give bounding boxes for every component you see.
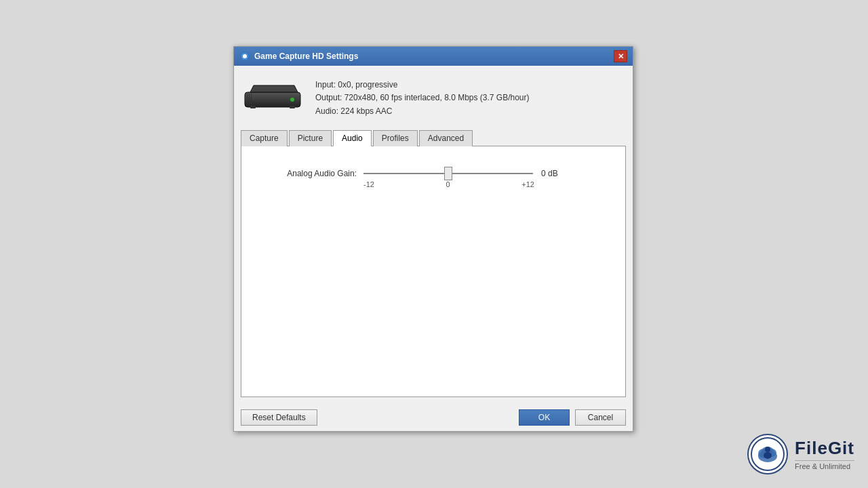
svg-rect-5 — [249, 94, 250, 106]
device-image — [243, 78, 304, 119]
filegit-watermark: FileGit Free & Unlimited — [747, 434, 854, 474]
tick-min: -12 — [363, 180, 374, 188]
tab-capture[interactable]: Capture — [241, 130, 288, 146]
svg-point-7 — [290, 98, 294, 102]
ok-button[interactable]: OK — [519, 409, 570, 426]
gain-slider[interactable] — [363, 167, 533, 180]
close-button[interactable]: ✕ — [614, 50, 627, 62]
svg-rect-6 — [251, 94, 252, 106]
dialog-footer: Reset Defaults OK Cancel — [234, 404, 633, 431]
dialog-window: Game Capture HD Settings ✕ — [233, 46, 633, 432]
svg-rect-4 — [247, 94, 248, 106]
tab-profiles[interactable]: Profiles — [373, 130, 418, 146]
filegit-tagline: Free & Unlimited — [795, 460, 854, 470]
gain-control-row: Analog Audio Gain: 0 dB — [255, 167, 612, 180]
filegit-logo-svg — [751, 437, 785, 471]
svg-marker-3 — [250, 85, 298, 92]
tick-max: +12 — [521, 180, 534, 188]
reset-defaults-button[interactable]: Reset Defaults — [241, 409, 317, 426]
tab-audio[interactable]: Audio — [333, 130, 372, 146]
svg-point-15 — [765, 447, 770, 452]
filegit-name: FileGit — [795, 438, 854, 459]
svg-rect-8 — [250, 106, 256, 108]
title-bar: Game Capture HD Settings ✕ — [234, 47, 633, 66]
svg-point-16 — [764, 452, 772, 459]
device-info-text: Input: 0x0, progressive Output: 720x480,… — [315, 79, 530, 118]
svg-rect-9 — [290, 106, 295, 108]
tab-content-audio: Analog Audio Gain: 0 dB -12 0 +12 — [241, 146, 626, 397]
svg-point-1 — [243, 54, 247, 58]
input-line2: Output: 720x480, 60 fps interlaced, 8.0 … — [315, 92, 530, 104]
filegit-logo — [747, 434, 788, 474]
footer-right-buttons: OK Cancel — [519, 409, 626, 426]
slider-tick-labels: -12 0 +12 — [363, 180, 534, 188]
dialog-body: Input: 0x0, progressive Output: 720x480,… — [234, 66, 633, 404]
window-title: Game Capture HD Settings — [254, 52, 614, 61]
desktop: Game Capture HD Settings ✕ — [0, 0, 868, 488]
cancel-button[interactable]: Cancel — [575, 409, 626, 426]
device-svg — [243, 80, 304, 117]
app-icon — [239, 51, 250, 62]
gain-label: Analog Audio Gain: — [255, 169, 357, 178]
gain-value-display: 0 dB — [541, 169, 572, 178]
input-line3: Audio: 224 kbps AAC — [315, 105, 530, 118]
tick-center: 0 — [446, 180, 450, 188]
tab-advanced[interactable]: Advanced — [419, 130, 473, 146]
device-info-section: Input: 0x0, progressive Output: 720x480,… — [241, 73, 626, 124]
filegit-brand-text: FileGit Free & Unlimited — [795, 438, 854, 470]
slider-wrapper — [363, 167, 533, 180]
input-line1: Input: 0x0, progressive — [315, 79, 530, 92]
tabs-container: Capture Picture Audio Profiles Advanced — [241, 129, 626, 146]
tab-picture[interactable]: Picture — [289, 130, 332, 146]
